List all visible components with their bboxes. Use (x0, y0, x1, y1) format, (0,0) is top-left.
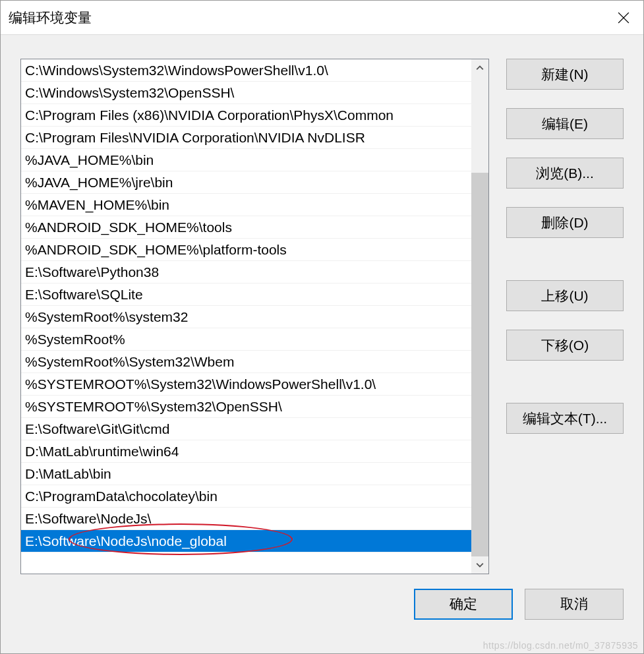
dialog-window: 编辑环境变量 C:\Windows\System32\WindowsPowerS… (0, 0, 644, 654)
list-item[interactable]: %SYSTEMROOT%\System32\WindowsPowerShell\… (21, 373, 471, 396)
list-item[interactable]: %SystemRoot%\System32\Wbem (21, 351, 471, 373)
move-down-button[interactable]: 下移(O) (506, 330, 624, 361)
list-item[interactable]: D:\MatLab\runtime\win64 (21, 440, 471, 463)
scroll-thumb[interactable] (471, 173, 488, 556)
list-item[interactable]: E:\Software\Git\Git\cmd (21, 418, 471, 440)
close-button[interactable] (604, 1, 643, 35)
list-item[interactable]: E:\Software\SQLite (21, 283, 471, 306)
scrollbar[interactable] (471, 59, 488, 574)
list-item[interactable]: C:\Program Files\NVIDIA Corporation\NVID… (21, 127, 471, 149)
side-buttons: 新建(N) 编辑(E) 浏览(B)... 删除(D) 上移(U) 下移(O) 编… (506, 59, 624, 574)
titlebar: 编辑环境变量 (1, 1, 643, 35)
list-item[interactable]: %JAVA_HOME%\bin (21, 149, 471, 171)
scroll-down-button[interactable] (471, 556, 488, 574)
list-item[interactable]: %MAVEN_HOME%\bin (21, 194, 471, 216)
list-item[interactable]: %JAVA_HOME%\jre\bin (21, 171, 471, 194)
scroll-track[interactable] (471, 76, 488, 556)
client-area: C:\Windows\System32\WindowsPowerShell\v1… (1, 35, 643, 653)
delete-button[interactable]: 删除(D) (506, 207, 624, 238)
main-row: C:\Windows\System32\WindowsPowerShell\v1… (20, 59, 624, 574)
list-item[interactable]: E:\Software\NodeJs\node_global (21, 530, 471, 552)
list-viewport: C:\Windows\System32\WindowsPowerShell\v1… (21, 59, 471, 574)
list-item[interactable]: %SystemRoot% (21, 328, 471, 351)
list-item[interactable]: D:\MatLab\bin (21, 463, 471, 485)
cancel-button[interactable]: 取消 (525, 589, 624, 620)
browse-button[interactable]: 浏览(B)... (506, 158, 624, 189)
new-button[interactable]: 新建(N) (506, 59, 624, 90)
close-icon (618, 12, 629, 24)
chevron-down-icon (476, 561, 484, 569)
list-item[interactable]: E:\Software\NodeJs\ (21, 508, 471, 530)
list-item[interactable]: %ANDROID_SDK_HOME%\platform-tools (21, 239, 471, 261)
list-item[interactable]: %SYSTEMROOT%\System32\OpenSSH\ (21, 396, 471, 418)
chevron-up-icon (476, 64, 484, 72)
edit-text-button[interactable]: 编辑文本(T)... (506, 403, 624, 434)
edit-button[interactable]: 编辑(E) (506, 108, 624, 139)
list-item[interactable]: %SystemRoot%\system32 (21, 306, 471, 328)
move-up-button[interactable]: 上移(U) (506, 280, 624, 311)
scroll-up-button[interactable] (471, 59, 488, 76)
ok-button[interactable]: 确定 (414, 589, 513, 620)
footer: 确定 取消 (20, 574, 624, 634)
list-item[interactable]: %ANDROID_SDK_HOME%\tools (21, 216, 471, 239)
list-item[interactable]: C:\Windows\System32\OpenSSH\ (21, 82, 471, 104)
path-list-container: C:\Windows\System32\WindowsPowerShell\v1… (20, 59, 489, 574)
list-item[interactable]: C:\Program Files (x86)\NVIDIA Corporatio… (21, 104, 471, 127)
path-listbox[interactable]: C:\Windows\System32\WindowsPowerShell\v1… (20, 59, 489, 574)
window-title: 编辑环境变量 (9, 9, 92, 27)
list-item[interactable]: E:\Software\Python38 (21, 261, 471, 283)
list-item[interactable]: C:\ProgramData\chocolatey\bin (21, 485, 471, 508)
list-item[interactable]: C:\Windows\System32\WindowsPowerShell\v1… (21, 59, 471, 82)
